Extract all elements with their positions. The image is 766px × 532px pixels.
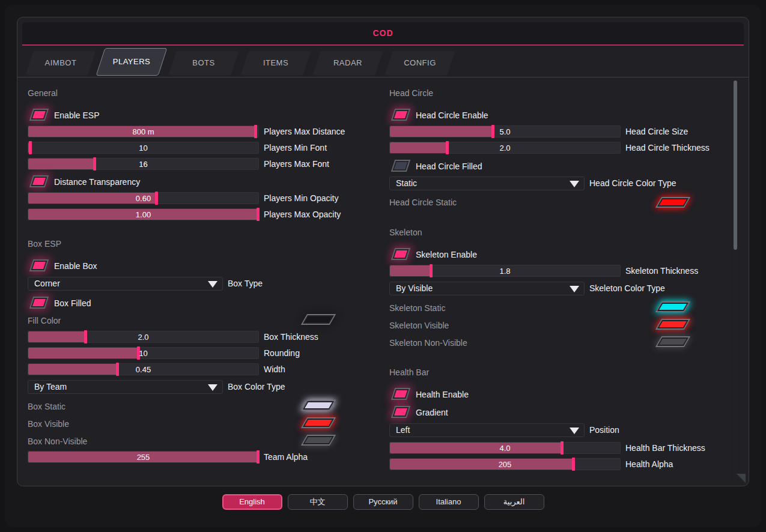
enable-esp-checkbox[interactable] [29, 109, 49, 121]
swatch-fill [659, 321, 687, 327]
tab-radar[interactable]: RADAR [313, 51, 383, 75]
swatch-fill [659, 199, 687, 205]
section-general: General [28, 88, 58, 98]
health-alpha-slider[interactable]: 205 [389, 458, 621, 470]
box-non-visible-swatch[interactable] [301, 435, 336, 446]
tab-config[interactable]: CONFIG [385, 51, 455, 75]
tab-bar: AIMBOT PLAYERS BOTS ITEMS RADAR CONFIG [17, 48, 749, 77]
checkbox-fill [394, 162, 407, 169]
team-alpha-slider[interactable]: 255 [28, 451, 259, 463]
swatch-fill [305, 420, 332, 426]
chevron-down-icon [208, 281, 217, 288]
box-static-swatch[interactable] [301, 400, 336, 411]
section-head-circle: Head Circle [389, 88, 433, 98]
head-circle-static-row: Head Circle Static [389, 196, 457, 209]
tab-bots[interactable]: BOTS [169, 51, 239, 75]
position-select[interactable]: Left [389, 423, 585, 437]
swatch-fill [305, 316, 332, 322]
language-chinese[interactable]: 中文 [288, 494, 348, 510]
checkbox-fill [394, 250, 407, 258]
rounding-slider[interactable]: 10 [28, 347, 259, 359]
language-english[interactable]: English [222, 494, 282, 510]
language-arabic[interactable]: العربية [484, 494, 544, 510]
tab-aimbot[interactable]: AIMBOT [26, 51, 96, 75]
head-circle-thickness-slider[interactable]: 2.0 [389, 142, 621, 154]
swatch-fill [305, 437, 332, 443]
section-health-bar: Health Bar [389, 367, 429, 377]
chevron-down-icon [570, 428, 579, 434]
checkbox-fill [32, 262, 46, 269]
checkbox-fill [32, 111, 46, 118]
section-box-esp: Box ESP [28, 239, 61, 249]
box-thickness-slider[interactable]: 2.0 [28, 331, 259, 343]
chevron-down-icon [570, 181, 579, 187]
checkbox-fill [32, 299, 46, 306]
checkbox-fill [394, 111, 407, 118]
swatch-fill [659, 304, 687, 310]
head-circle-color-type-select[interactable]: Static [389, 177, 585, 190]
skeleton-visible-row: Skeleton Visible [389, 319, 449, 332]
head-circle-size-slider[interactable]: 5.0 [389, 125, 621, 138]
players-max-opacity-slider[interactable]: 1.00 [28, 208, 259, 220]
box-color-type-select[interactable]: By Team [28, 380, 223, 394]
checkbox-fill [394, 408, 407, 416]
swatch-fill [659, 339, 687, 345]
scrollbar-track[interactable] [734, 80, 737, 481]
menu-window: COD AIMBOT PLAYERS BOTS ITEMS RADAR CONF… [17, 17, 749, 486]
box-visible-swatch[interactable] [301, 417, 336, 428]
swatch-fill [305, 402, 332, 408]
head-circle-static-swatch[interactable] [655, 197, 690, 208]
language-russian[interactable]: Русский [353, 494, 413, 510]
scrollbar-thumb[interactable] [734, 80, 737, 250]
language-italian[interactable]: Italiano [419, 494, 479, 510]
gradient-checkbox[interactable] [391, 406, 410, 418]
chevron-down-icon [570, 286, 579, 292]
tab-players[interactable]: PLAYERS [96, 48, 168, 76]
skeleton-thickness-slider[interactable]: 1.8 [389, 265, 621, 277]
title-bar: COD [22, 22, 744, 46]
box-type-select[interactable]: Corner [28, 277, 223, 291]
distance-transparency-checkbox[interactable] [29, 175, 49, 187]
box-static-row: Box Static [28, 400, 65, 413]
skeleton-visible-swatch[interactable] [655, 319, 690, 330]
window-title: COD [22, 22, 744, 44]
resize-grip[interactable] [737, 474, 746, 483]
skeleton-non-visible-row: Skeleton Non-Visible [389, 336, 467, 349]
skeleton-color-type-select[interactable]: By Visible [389, 282, 585, 295]
checkbox-fill [394, 390, 407, 397]
chevron-down-icon [208, 384, 217, 391]
enable-box-checkbox[interactable] [29, 259, 49, 271]
health-enable-checkbox[interactable] [391, 388, 410, 400]
skeleton-non-visible-swatch[interactable] [655, 336, 690, 347]
players-max-font-slider[interactable]: 16 [28, 158, 259, 170]
head-circle-filled-checkbox[interactable] [391, 160, 410, 172]
language-bar: English 中文 Русский Italiano العربية [0, 494, 766, 510]
skeleton-static-swatch[interactable] [655, 301, 690, 312]
skeleton-enable-checkbox[interactable] [391, 248, 410, 260]
box-non-visible-row: Box Non-Visible [28, 435, 87, 448]
checkbox-fill [32, 178, 46, 185]
fill-color-swatch[interactable] [301, 314, 336, 325]
section-skeleton: Skeleton [389, 228, 422, 237]
tab-items[interactable]: ITEMS [241, 51, 311, 75]
width-slider[interactable]: 0.45 [28, 363, 259, 375]
players-min-font-slider[interactable]: 10 [28, 142, 259, 154]
head-circle-enable-checkbox[interactable] [391, 109, 410, 121]
players-min-opacity-slider[interactable]: 0.60 [28, 192, 259, 204]
health-bar-thickness-slider[interactable]: 4.0 [389, 442, 621, 454]
players-max-distance-slider[interactable]: 800 m [28, 125, 259, 138]
tab-divider [17, 77, 749, 77]
skeleton-static-row: Skeleton Static [389, 301, 445, 315]
box-filled-checkbox[interactable] [29, 297, 49, 309]
box-visible-row: Box Visible [28, 417, 69, 431]
fill-color-row: Fill Color [28, 314, 61, 327]
